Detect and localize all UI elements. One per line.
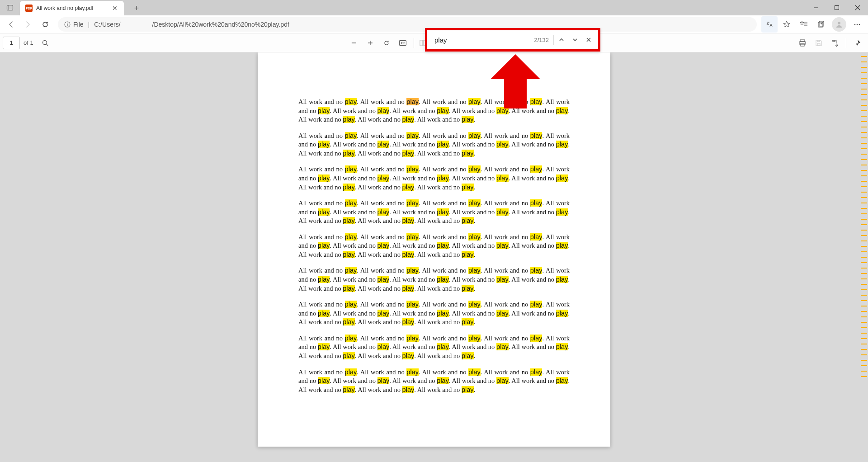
search-match: play — [437, 208, 449, 216]
new-tab-button[interactable]: + — [130, 2, 143, 15]
favorites-list-button[interactable] — [796, 16, 812, 33]
search-match: play — [496, 310, 509, 317]
search-match: play — [462, 150, 474, 157]
search-match: play — [345, 199, 357, 207]
search-match: play — [468, 335, 481, 342]
pdf-viewport[interactable]: All work and no play. All work and no pl… — [0, 52, 868, 462]
titlebar: PDF All work and no play.pdf ✕ + — [0, 0, 868, 15]
more-button[interactable] — [849, 16, 865, 33]
refresh-button[interactable] — [37, 16, 53, 33]
search-match: play — [377, 107, 390, 114]
search-match: play — [402, 285, 415, 292]
page-number-input[interactable] — [3, 37, 20, 49]
search-match: play — [437, 242, 449, 249]
search-match: play — [343, 150, 355, 157]
search-match: play — [496, 141, 509, 148]
search-match: play — [468, 301, 481, 308]
save-button[interactable] — [811, 35, 827, 51]
search-match: play — [402, 116, 415, 123]
profile-button[interactable] — [832, 17, 846, 32]
forward-button[interactable] — [20, 16, 36, 33]
search-match: play — [556, 377, 568, 384]
search-match: play — [437, 310, 449, 317]
search-match: play — [556, 343, 568, 350]
search-match: play — [462, 318, 474, 325]
paragraph: All work and no play. All work and no pl… — [298, 368, 570, 395]
search-match: play — [343, 251, 355, 258]
search-match: play — [556, 276, 568, 283]
search-match: play — [406, 199, 419, 207]
minimize-button[interactable] — [806, 0, 826, 15]
search-match: play — [377, 377, 390, 384]
search-match: play — [343, 116, 355, 123]
search-match: play — [496, 208, 509, 216]
collections-button[interactable] — [813, 16, 829, 33]
url-field[interactable]: File | C:/Users/ /Desktop/All%20work%20a… — [58, 17, 757, 32]
search-match: play — [437, 107, 449, 114]
find-close-button[interactable] — [582, 33, 595, 47]
find-prev-button[interactable] — [555, 33, 568, 47]
search-match: play — [377, 242, 390, 249]
find-result-count: 2/132 — [534, 37, 549, 43]
close-window-button[interactable] — [847, 0, 868, 15]
search-match: play — [402, 352, 415, 359]
maximize-button[interactable] — [826, 0, 847, 15]
search-match: play — [402, 217, 415, 224]
search-match: play — [318, 276, 330, 283]
find-button[interactable] — [37, 35, 53, 51]
search-match: play — [437, 377, 449, 384]
search-match: play — [343, 184, 355, 191]
search-match: play — [462, 217, 474, 224]
svg-rect-31 — [817, 43, 820, 46]
tab-title: All work and no play.pdf — [36, 5, 108, 11]
search-match: play — [318, 107, 330, 114]
search-match: play — [468, 165, 481, 173]
search-match: play — [318, 377, 330, 384]
search-match: play — [556, 107, 568, 114]
find-input[interactable] — [434, 36, 530, 44]
close-tab-button[interactable]: ✕ — [111, 5, 118, 12]
info-icon — [64, 21, 71, 28]
url-path-prefix: C:/Users/ — [94, 21, 120, 28]
save-as-button[interactable] — [827, 35, 843, 51]
search-match: play — [496, 174, 509, 182]
search-match: play — [343, 217, 355, 224]
svg-line-21 — [46, 44, 48, 46]
search-match: play — [462, 285, 474, 292]
search-match: play — [377, 141, 390, 148]
find-next-button[interactable] — [568, 33, 582, 47]
page-total-label: of 1 — [24, 39, 33, 46]
search-match: play — [318, 208, 330, 216]
search-match: play — [345, 267, 357, 274]
tab-actions-button[interactable] — [4, 1, 16, 14]
search-match: play — [437, 343, 449, 350]
fit-page-button[interactable] — [395, 35, 411, 51]
search-match: play — [343, 352, 355, 359]
print-button[interactable] — [794, 35, 811, 51]
zoom-out-button[interactable] — [346, 35, 362, 51]
search-match: play — [402, 184, 415, 191]
search-match: play — [530, 132, 542, 139]
svg-rect-32 — [817, 40, 820, 42]
svg-rect-30 — [801, 43, 804, 46]
search-match: play — [437, 174, 449, 182]
browser-tab[interactable]: PDF All work and no play.pdf ✕ — [20, 1, 124, 15]
search-match: play — [343, 318, 355, 325]
search-match: play — [343, 386, 355, 393]
pdf-file-icon: PDF — [25, 5, 33, 12]
svg-rect-28 — [800, 40, 805, 42]
scrollbar-match-strip — [861, 52, 867, 462]
search-match: play — [556, 208, 568, 216]
search-match: play — [345, 165, 357, 173]
search-match: play — [462, 116, 474, 123]
pin-toolbar-button[interactable] — [849, 35, 865, 51]
zoom-in-button[interactable] — [362, 35, 378, 51]
rotate-button[interactable] — [378, 35, 395, 51]
search-match: play — [377, 208, 390, 216]
search-match: play — [530, 335, 542, 342]
search-match: play — [318, 310, 330, 317]
favorite-button[interactable] — [778, 16, 795, 33]
translate-button[interactable] — [761, 16, 778, 33]
url-scheme-label: File — [73, 21, 84, 28]
back-button[interactable] — [3, 16, 19, 33]
